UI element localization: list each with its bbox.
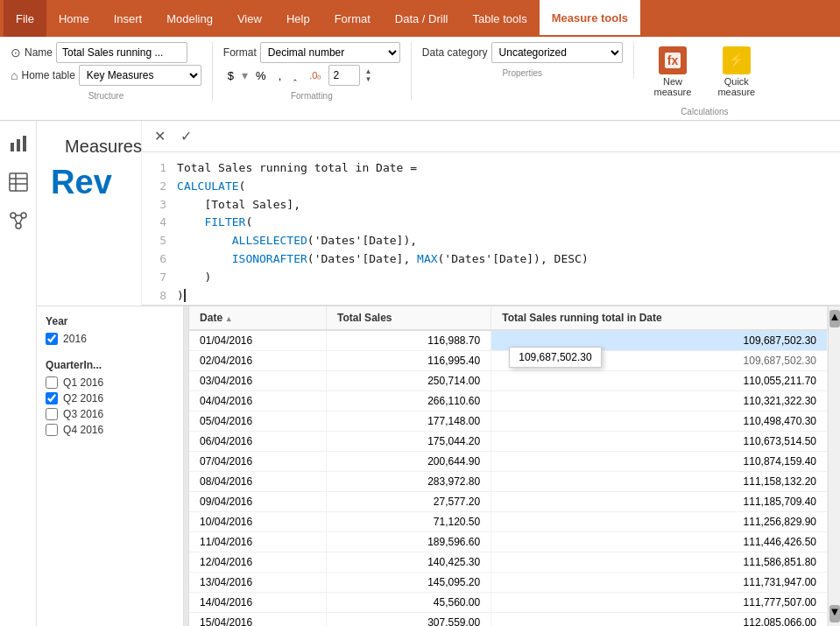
- table-row: 13/04/2016145,095.20111,731,947.00: [189, 573, 827, 593]
- format-label: Format: [223, 46, 257, 59]
- q4-checkbox[interactable]: [46, 424, 58, 436]
- svg-text:⚡: ⚡: [728, 52, 745, 68]
- svg-text:fx: fx: [667, 53, 679, 67]
- home-table-select[interactable]: Key Measures: [79, 65, 201, 86]
- cell-date: 03/04/2016: [189, 371, 326, 391]
- q1-checkbox[interactable]: [46, 376, 58, 389]
- q1-label: Q1 2016: [63, 376, 103, 389]
- cell-running-total: 111,256,829.90: [491, 512, 828, 532]
- year-2016-checkbox[interactable]: [46, 333, 58, 345]
- menu-home[interactable]: Home: [46, 0, 102, 37]
- decimal-down-arrow[interactable]: ▼: [364, 75, 371, 83]
- decimal-up-arrow[interactable]: ▲: [364, 67, 371, 75]
- menu-measure-tools[interactable]: Measure tools: [540, 0, 640, 37]
- year-2016-label: 2016: [63, 333, 87, 345]
- scrollbar-thumb-up[interactable]: ▲: [829, 310, 840, 327]
- format-select[interactable]: Decimal number: [260, 42, 400, 63]
- data-table-container[interactable]: Date Total Sales Total Sales running tot…: [189, 306, 828, 626]
- name-label: Name: [25, 46, 53, 59]
- cell-total-sales: 71,120.50: [327, 512, 491, 532]
- scrollbar-thumb-down[interactable]: ▼: [829, 605, 840, 622]
- sidebar-model-icon[interactable]: [3, 205, 34, 236]
- menu-data-drill[interactable]: Data / Drill: [383, 0, 461, 37]
- menu-modeling[interactable]: Modeling: [154, 0, 225, 37]
- col-date[interactable]: Date: [189, 306, 326, 330]
- menu-insert[interactable]: Insert: [102, 0, 155, 37]
- cell-date: 10/04/2016: [189, 512, 326, 532]
- q3-row: Q3 2016: [46, 408, 174, 420]
- formula-confirm-button[interactable]: ✓: [175, 126, 196, 147]
- cell-running-total: 111,777,507.00: [491, 593, 828, 613]
- ribbon-calculations-group: fx New measure ⚡ Quick measure Calculati…: [641, 42, 776, 116]
- quick-measure-button[interactable]: ⚡ Quick measure: [708, 42, 765, 102]
- percent-button[interactable]: %: [251, 67, 271, 85]
- dollar-button[interactable]: $: [223, 67, 238, 85]
- menu-file[interactable]: File: [4, 0, 46, 37]
- ribbon-properties-group: Data category Uncategorized Properties: [419, 42, 634, 78]
- ribbon-hometable-row: ⌂ Home table Key Measures: [11, 65, 201, 86]
- new-measure-label: New measure: [654, 76, 692, 97]
- q2-label: Q2 2016: [63, 392, 103, 404]
- decimal-zeros-button[interactable]: ‸: [289, 67, 301, 84]
- svg-line-14: [14, 217, 18, 224]
- decimal-places-input[interactable]: [328, 65, 360, 86]
- decimal-add-button[interactable]: .0₀: [305, 67, 325, 84]
- rev-text: Rev: [51, 164, 127, 201]
- formula-line-4: 4 FILTER(: [152, 214, 829, 232]
- cell-running-total: 112,085,066.00: [491, 613, 828, 627]
- formula-editor[interactable]: 1 Total Sales running total in Date = 2 …: [142, 152, 840, 306]
- svg-rect-3: [11, 143, 14, 151]
- name-input[interactable]: [56, 42, 187, 63]
- new-measure-button[interactable]: fx New measure: [645, 42, 702, 102]
- cell-date: 08/04/2016: [189, 472, 326, 492]
- menu-view[interactable]: View: [225, 0, 274, 37]
- menu-bar: File Home Insert Modeling View Help Form…: [0, 0, 840, 37]
- menu-help[interactable]: Help: [274, 0, 322, 37]
- table-row: 09/04/201627,577.20111,185,709.40: [189, 492, 827, 512]
- ribbon-name-row: ⊙ Name: [11, 42, 187, 63]
- sidebar-bar-chart-icon[interactable]: [3, 128, 34, 159]
- cell-date: 15/04/2016: [189, 613, 326, 627]
- col-total-sales[interactable]: Total Sales: [327, 306, 491, 330]
- q1-row: Q1 2016: [46, 376, 174, 389]
- cell-total-sales: 177,148.00: [327, 411, 491, 432]
- col-running-total[interactable]: Total Sales running total in Date: [491, 306, 828, 330]
- dropdown-arrow-dollar[interactable]: ▾: [242, 68, 248, 82]
- tooltip-popup: 109,687,502.30: [509, 347, 601, 368]
- table-row: 07/04/2016200,644.90110,874,159.40: [189, 452, 827, 472]
- sidebar-table-icon[interactable]: [3, 166, 34, 198]
- new-measure-icon: fx: [659, 46, 687, 74]
- cell-running-total: 111,185,709.40: [491, 492, 828, 512]
- cell-date: 07/04/2016: [189, 452, 326, 472]
- table-row: 08/04/2016283,972.80111,158,132.20: [189, 472, 827, 492]
- content-area: Measures Rev ✕ ✓ 1 Total Sales running t…: [37, 121, 840, 626]
- menu-format[interactable]: Format: [322, 0, 383, 37]
- table-row: 10/04/201671,120.50111,256,829.90: [189, 512, 827, 532]
- menu-table-tools[interactable]: Table tools: [460, 0, 539, 37]
- cell-date: 09/04/2016: [189, 492, 326, 512]
- cell-running-total: 110,055,211.70: [491, 371, 828, 391]
- table-row: 14/04/201645,560.00111,777,507.00: [189, 593, 827, 613]
- q3-label: Q3 2016: [63, 408, 103, 420]
- ribbon-structure-group: ⊙ Name ⌂ Home table Key Measures Structu…: [7, 42, 213, 101]
- table-scrollbar[interactable]: ▲ ▼: [828, 306, 840, 626]
- cell-running-total: 111,446,426.50: [491, 532, 828, 552]
- table-row: 11/04/2016189,596.60111,446,426.50: [189, 532, 827, 552]
- q3-checkbox[interactable]: [46, 408, 58, 420]
- structure-group-label: Structure: [88, 91, 124, 101]
- table-row: 01/04/2016116,988.70109,687,502.30109,68…: [189, 330, 827, 351]
- comma-button[interactable]: ,: [274, 67, 286, 85]
- q4-row: Q4 2016: [46, 424, 174, 436]
- cell-date: 06/04/2016: [189, 432, 326, 452]
- data-category-select[interactable]: Uncategorized: [491, 42, 623, 63]
- formula-cancel-button[interactable]: ✕: [149, 126, 170, 147]
- svg-point-10: [11, 213, 16, 218]
- cell-date: 12/04/2016: [189, 552, 326, 573]
- cell-date: 04/04/2016: [189, 391, 326, 411]
- cell-total-sales: 283,972.80: [327, 472, 491, 492]
- q2-checkbox[interactable]: [46, 392, 58, 404]
- formula-line-2: 2 CALCULATE(: [152, 178, 829, 196]
- quick-measure-label: Quick measure: [717, 76, 755, 97]
- cell-date: 01/04/2016: [189, 330, 326, 351]
- formula-line-3: 3 [Total Sales],: [152, 196, 829, 215]
